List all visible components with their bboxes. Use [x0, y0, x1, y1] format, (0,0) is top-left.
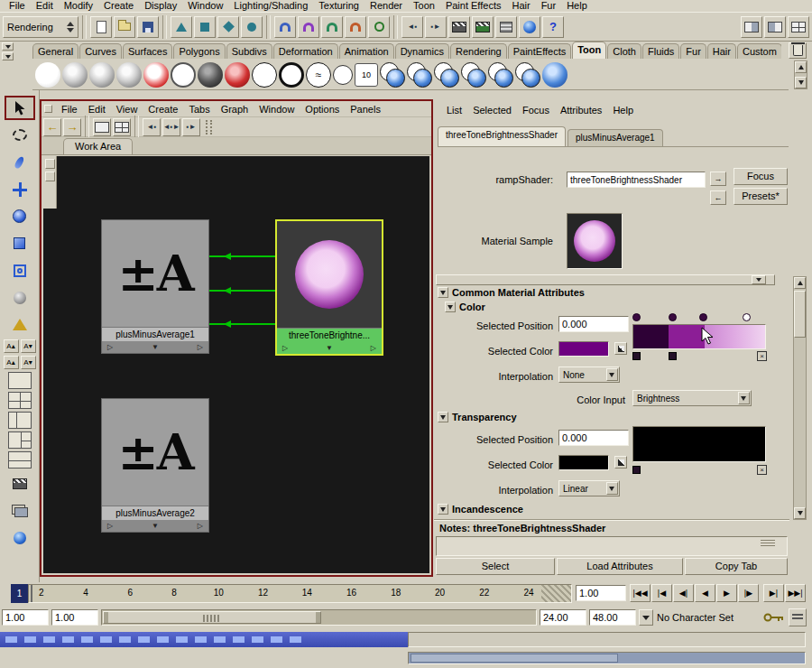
hs-menu-tabs[interactable]: Tabs: [183, 102, 215, 116]
ramp-shader-name-field[interactable]: [567, 172, 706, 188]
soft-mod-tool[interactable]: [5, 285, 35, 310]
delete-shelf-item-button[interactable]: [789, 42, 807, 59]
color-selected-position-field[interactable]: [558, 316, 629, 332]
step-forward-key-button[interactable]: ▶|: [763, 584, 784, 602]
scroll-up-icon[interactable]: [794, 277, 806, 289]
scrollbar-thumb[interactable]: [794, 291, 806, 338]
map-texture-icon[interactable]: [614, 342, 627, 355]
shelf-tab-surfaces[interactable]: Surfaces: [123, 43, 172, 59]
current-frame-indicator[interactable]: 1: [11, 584, 28, 603]
input-connections-icon[interactable]: ◄▪: [401, 16, 423, 38]
section-color[interactable]: Color: [459, 302, 485, 312]
hypershade-work-area[interactable]: ±A plusMinusAverage1 ▷ ▼ ▷ threeToneBrig…: [43, 156, 429, 573]
shelf-tab-custom[interactable]: Custom: [737, 43, 781, 59]
toon-fill-red-swatch[interactable]: [225, 62, 250, 88]
shelf-item-menu-icon[interactable]: [2, 52, 14, 60]
menu-modify[interactable]: Modify: [59, 0, 98, 12]
toon-fill-gray-swatch[interactable]: [89, 62, 115, 88]
toon-fill-darkgray-swatch[interactable]: [116, 62, 142, 88]
status-scroll-bar[interactable]: [408, 652, 806, 664]
menu-window[interactable]: Window: [182, 0, 228, 12]
collapse-color-icon[interactable]: [445, 302, 456, 312]
scrollbar-thumb[interactable]: [411, 654, 618, 663]
shelf-tab-toon[interactable]: Toon: [572, 42, 606, 59]
transparency-ramp-widget[interactable]: ×: [632, 426, 775, 477]
map-texture-icon[interactable]: [614, 456, 627, 469]
shelf-tab-dynamics[interactable]: Dynamics: [395, 43, 449, 59]
range-slider-bar[interactable]: [103, 611, 321, 624]
snap-to-point-icon[interactable]: [321, 16, 343, 38]
node-threeToneBrightnessShader[interactable]: threeToneBrightne... ▷ ▼ ▷: [275, 219, 383, 356]
shelf-tab-rendering[interactable]: Rendering: [450, 43, 507, 59]
open-scene-icon[interactable]: [114, 16, 135, 38]
playback-start-field[interactable]: [51, 609, 98, 626]
paint-effects-icon[interactable]: [519, 16, 540, 38]
delete-ramp-marker-icon[interactable]: ×: [757, 351, 767, 361]
clear-graph-icon[interactable]: [93, 118, 111, 136]
node-expand-controls[interactable]: ▷ ▼ ▷: [102, 341, 208, 353]
toon-fill-white-swatch[interactable]: [35, 62, 60, 88]
sort-descending-icon[interactable]: A▾: [21, 339, 36, 353]
back-icon[interactable]: ←: [43, 118, 61, 136]
toon-profile-lines-swatch[interactable]: ≈: [306, 62, 331, 88]
shelf-tab-subdivs[interactable]: Subdivs: [226, 43, 272, 59]
menu-render[interactable]: Render: [364, 0, 408, 12]
select-mask-render-icon[interactable]: [241, 16, 263, 38]
menu-lighting-shading[interactable]: Lighting/Shading: [228, 0, 313, 12]
frame-selected-icon[interactable]: A▾: [21, 356, 36, 369]
select-button[interactable]: Select: [436, 558, 555, 575]
menu-hair[interactable]: Hair: [506, 0, 535, 12]
render-globals-icon[interactable]: [495, 16, 517, 38]
scroll-down-icon[interactable]: [794, 507, 806, 519]
current-time-field[interactable]: [576, 585, 626, 601]
forward-icon[interactable]: →: [63, 118, 81, 136]
expand-left-icon[interactable]: ▷: [107, 343, 113, 351]
select-mask-component-icon[interactable]: [217, 16, 239, 38]
expand-right-icon[interactable]: ▷: [371, 344, 376, 352]
frame-all-icon[interactable]: A▴: [4, 356, 19, 369]
toon-example-swatch[interactable]: [461, 62, 486, 88]
go-to-start-button[interactable]: |◀◀: [630, 584, 651, 602]
save-scene-icon[interactable]: [137, 16, 159, 38]
menu-edit[interactable]: Edit: [31, 0, 59, 12]
new-scene-icon[interactable]: [90, 16, 112, 38]
four-pane-layout-button[interactable]: [8, 392, 32, 409]
toon-outline-thick-swatch[interactable]: [279, 62, 304, 88]
hs-menu-view[interactable]: View: [111, 102, 143, 116]
snap-to-grid-icon[interactable]: [274, 16, 296, 38]
menu-set-selector[interactable]: Rendering: [3, 16, 78, 38]
ramp-marker-square[interactable]: [632, 352, 641, 360]
focus-button[interactable]: Focus: [734, 168, 788, 185]
show-channel-box-icon[interactable]: [788, 16, 809, 38]
ipr-render-icon[interactable]: [472, 16, 494, 38]
show-input-arrow-icon[interactable]: →: [710, 172, 726, 186]
expand-left-icon[interactable]: ▷: [282, 344, 288, 352]
sort-ascending-icon[interactable]: A▴: [4, 339, 19, 353]
ramp-marker-square[interactable]: [669, 352, 677, 360]
step-back-frame-button[interactable]: ◀|: [673, 584, 694, 602]
character-set-menu-icon[interactable]: [639, 609, 653, 626]
shelf-tab-hair[interactable]: Hair: [707, 43, 736, 59]
transparency-color-swatch[interactable]: [558, 455, 609, 470]
ae-menu-list[interactable]: List: [441, 105, 467, 116]
collapse-common-icon[interactable]: [438, 287, 448, 298]
delete-ramp-marker-icon[interactable]: ×: [757, 465, 767, 475]
toon-fill-redwhite-swatch[interactable]: [143, 62, 169, 88]
expand-left-icon[interactable]: ▷: [107, 522, 113, 530]
node-expand-controls[interactable]: ▷ ▼ ▷: [102, 520, 208, 532]
graph-input-connections-icon[interactable]: ◄▪: [143, 118, 161, 136]
hs-menu-graph[interactable]: Graph: [216, 102, 254, 116]
menu-toon[interactable]: Toon: [408, 0, 440, 12]
shelf-tab-curves[interactable]: Curves: [79, 43, 122, 59]
ae-menu-focus[interactable]: Focus: [517, 105, 555, 116]
tab-threeToneBrightnessShader[interactable]: threeToneBrightnessShader: [438, 126, 566, 146]
show-tool-settings-icon[interactable]: [764, 16, 786, 38]
ramp-marker-square[interactable]: [632, 466, 641, 474]
shelf-tab-menu-icon[interactable]: [2, 42, 14, 51]
shelf-tab-animation[interactable]: Animation: [339, 43, 394, 59]
command-line-input[interactable]: [0, 632, 408, 647]
menu-help[interactable]: Help: [561, 0, 593, 12]
move-tool[interactable]: [5, 177, 35, 201]
tab-work-area[interactable]: Work Area: [63, 138, 133, 154]
tab-plusMinusAverage1[interactable]: plusMinusAverage1: [567, 129, 663, 146]
